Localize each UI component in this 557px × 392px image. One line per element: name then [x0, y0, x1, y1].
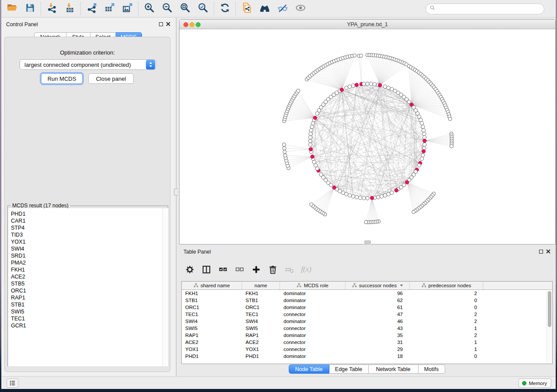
table-cell[interactable]: 96 [346, 291, 410, 296]
satellite-node[interactable] [296, 89, 300, 93]
table-cell[interactable]: YOX1 [182, 347, 242, 352]
network-node[interactable] [417, 164, 421, 167]
network-node[interactable] [309, 132, 312, 135]
satellite-node[interactable] [450, 144, 453, 148]
table-cell[interactable]: STB1 [242, 298, 280, 303]
mcds-result-item[interactable]: GCR1 [8, 322, 168, 329]
zoom-selected-button[interactable] [194, 1, 212, 16]
table-cell[interactable]: 1 [410, 347, 483, 352]
network-node[interactable] [319, 173, 323, 176]
table-cell[interactable]: SWI4 [242, 319, 280, 324]
table-cell[interactable]: ORC1 [182, 305, 242, 310]
network-node[interactable] [420, 157, 423, 160]
table-cell[interactable]: 1 [410, 326, 483, 331]
satellite-node[interactable] [412, 210, 415, 214]
tab-node-table[interactable]: Node Table [289, 364, 329, 374]
search-input[interactable] [436, 5, 544, 14]
table-cell[interactable]: 0 [410, 354, 483, 359]
network-node[interactable] [421, 153, 425, 157]
network-node[interactable] [312, 160, 316, 164]
table-cell[interactable]: 46 [346, 319, 410, 324]
tab-motifs[interactable]: Motifs [419, 364, 445, 374]
select-all-button[interactable] [218, 265, 228, 275]
float-table-panel-icon[interactable] [539, 250, 543, 254]
close-table-panel-icon[interactable] [546, 249, 550, 254]
table-cell[interactable]: FKH1 [182, 291, 242, 296]
network-node[interactable] [422, 128, 426, 132]
table-scrollbar[interactable] [547, 290, 552, 364]
mcds-result-item[interactable]: PHD1 [8, 210, 168, 217]
folder-open-button[interactable] [3, 1, 21, 16]
table-cell[interactable]: SWI4 [182, 319, 242, 324]
mcds-result-item[interactable]: YOX1 [8, 238, 168, 245]
mcds-result-item[interactable]: PMA2 [8, 259, 168, 266]
gear-button[interactable] [185, 265, 195, 275]
eye-button[interactable] [291, 1, 309, 16]
export-image-button[interactable] [118, 1, 136, 16]
table-cell[interactable]: 29 [346, 347, 410, 352]
network-node[interactable] [366, 196, 369, 200]
table-row[interactable]: ORC1ORC1dominator610 [182, 304, 552, 311]
memory-button[interactable]: Memory [519, 378, 551, 388]
table-cell[interactable]: FKH1 [242, 291, 280, 296]
table-cell[interactable]: SWI5 [182, 326, 242, 331]
network-node[interactable] [345, 86, 348, 89]
export-network-button[interactable] [83, 1, 100, 16]
network-node[interactable] [345, 193, 348, 196]
table-row[interactable]: PHD1PHD1dominator180 [182, 353, 552, 360]
table-cell[interactable]: PHD1 [242, 354, 280, 359]
network-node[interactable] [420, 121, 423, 125]
close-panel-button[interactable]: Close panel [88, 73, 134, 84]
dominator-node[interactable] [423, 139, 426, 142]
network-node[interactable] [362, 196, 366, 200]
table-cell[interactable]: STB1 [182, 298, 242, 303]
table-row[interactable]: ACE2ACE2connector311 [182, 339, 552, 346]
column-header-shared-name[interactable]: shared name [182, 282, 242, 289]
table-cell[interactable]: ACE2 [182, 340, 242, 345]
table-cell[interactable]: SWI5 [242, 326, 280, 331]
network-node[interactable] [351, 195, 355, 198]
network-node[interactable] [358, 196, 362, 199]
table-cell[interactable]: 35 [346, 333, 410, 338]
satellite-node[interactable] [282, 143, 286, 146]
mcds-result-item[interactable]: STB1 [8, 301, 168, 308]
table-cell[interactable]: RAP1 [182, 333, 242, 338]
save-button[interactable] [21, 1, 39, 16]
satellite-node[interactable] [448, 117, 452, 120]
dominator-node[interactable] [332, 186, 336, 189]
network-node[interactable] [355, 196, 358, 199]
network-node[interactable] [373, 83, 376, 86]
table-cell[interactable]: dominator [280, 354, 346, 359]
unselect-all-button[interactable] [235, 265, 245, 275]
mcds-result-item[interactable]: CAR1 [8, 217, 168, 224]
tab-network-table[interactable]: Network Table [369, 364, 419, 374]
table-cell[interactable]: 43 [346, 326, 410, 331]
table-cell[interactable]: ACE2 [242, 340, 280, 345]
table-cell[interactable]: 18 [346, 354, 410, 359]
table-cell[interactable]: connector [280, 326, 346, 331]
binoculars-button[interactable] [256, 1, 273, 16]
table-cell[interactable]: connector [280, 312, 346, 317]
mcds-result-item[interactable]: TID3 [8, 231, 168, 238]
network-node[interactable] [390, 191, 394, 194]
network-node[interactable] [311, 121, 315, 125]
table-cell[interactable]: 0 [410, 305, 483, 310]
mcds-result-item[interactable]: FKH1 [8, 266, 168, 273]
close-panel-icon[interactable] [166, 22, 170, 26]
tab-edge-table[interactable]: Edge Table [329, 364, 369, 374]
table-scrollbar-thumb[interactable] [548, 291, 551, 327]
import-table-button[interactable] [61, 1, 79, 16]
table-cell[interactable]: 62 [346, 298, 410, 303]
dominator-node[interactable] [405, 180, 409, 184]
mcds-result-item[interactable]: STB5 [8, 280, 168, 287]
network-node[interactable] [380, 195, 383, 198]
network-node[interactable] [383, 193, 387, 197]
refresh-button[interactable] [216, 1, 234, 16]
network-node[interactable] [308, 143, 312, 146]
column-header-MCDS-role[interactable]: MCDS role [280, 282, 346, 289]
satellite-node[interactable] [360, 54, 363, 58]
satellite-node[interactable] [283, 150, 287, 154]
dominator-node[interactable] [422, 149, 426, 153]
table-cell[interactable]: 2 [410, 312, 483, 317]
table-cell[interactable]: connector [280, 340, 346, 345]
